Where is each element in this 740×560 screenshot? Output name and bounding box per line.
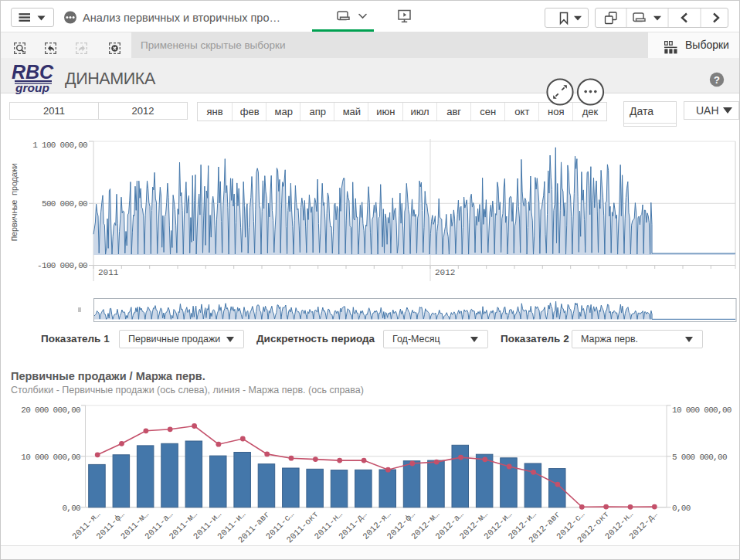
- svg-text:500 000,00: 500 000,00: [42, 199, 87, 209]
- svg-text:2011: 2011: [98, 268, 119, 277]
- svg-text:1 100 000,00: 1 100 000,00: [32, 141, 87, 150]
- svg-text:RBC: RBC: [12, 61, 54, 83]
- svg-text:Первичные продажи: Первичные продажи: [10, 164, 19, 241]
- svg-text:10 000 000,00: 10 000 000,00: [672, 406, 732, 415]
- svg-text:2012: 2012: [435, 268, 455, 277]
- svg-text:?: ?: [714, 74, 720, 86]
- svg-text:0,00: 0,00: [672, 504, 691, 513]
- svg-text:20 000 000,00: 20 000 000,00: [21, 406, 80, 415]
- svg-text:5 000 000,00: 5 000 000,00: [672, 453, 727, 462]
- svg-text:0,00: 0,00: [62, 504, 80, 513]
- svg-text:group: group: [15, 81, 49, 94]
- svg-text:-100 000,00: -100 000,00: [37, 261, 87, 270]
- svg-text:10 000 000,00: 10 000 000,00: [21, 453, 80, 462]
